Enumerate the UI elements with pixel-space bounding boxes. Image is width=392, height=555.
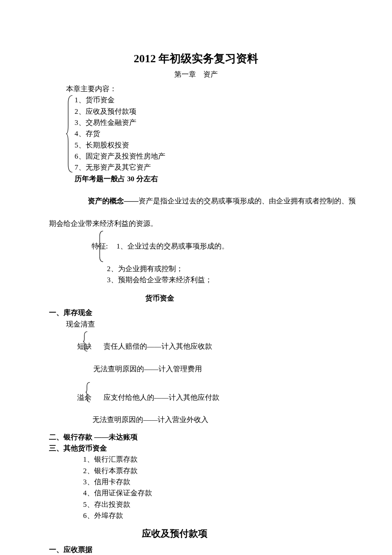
shortage-block: 短缺责任人赔偿的——计入其他应收款 无法查明原因的——计入管理费用 bbox=[49, 330, 343, 375]
asset-definition: 资产的概念——资产是指企业过去的交易或事项形成的、由企业拥有或者控制的、预 bbox=[49, 185, 343, 218]
asset-def-label: 资产的概念—— bbox=[88, 197, 138, 205]
over-row: 溢余应支付给他人的——计入其他应付款 bbox=[49, 381, 343, 414]
content-list-block: 1、货币资金 2、应收及预付款项 3、交易性金融资产 4、存货 5、长期股权投资… bbox=[49, 95, 343, 173]
list-item: 3、信用卡存款 bbox=[49, 477, 343, 488]
bank-heading: 二、银行存款 ——未达账项 bbox=[49, 432, 343, 443]
document-page: 2012 年初级实务复习资料 第一章 资产 本章主要内容： 1、货币资金 2、应… bbox=[0, 0, 392, 555]
other-money-heading: 三、其他货币资金 bbox=[49, 443, 343, 454]
money-section-title: 货币资金 bbox=[75, 293, 245, 303]
short-item: 责任人赔偿的——计入其他应收款 bbox=[92, 342, 212, 350]
list-item: 4、信用证保证金存款 bbox=[49, 488, 343, 499]
short-label: 短缺 bbox=[77, 342, 92, 350]
over-item: 无法查明原因的——计入营业外收入 bbox=[49, 414, 343, 425]
surplus-block: 溢余应支付给他人的——计入其他应付款 无法查明原因的——计入营业外收入 bbox=[49, 381, 343, 425]
cash-check: 现金清查 bbox=[49, 319, 343, 330]
list-item: 5、存出投资款 bbox=[49, 499, 343, 510]
chapter-title: 第一章 资产 bbox=[49, 69, 343, 79]
list-item: 1、银行汇票存款 bbox=[49, 454, 343, 465]
list-item: 6、外埠存款 bbox=[49, 510, 343, 521]
feature-item: 1、企业过去的交易或事项形成的。 bbox=[108, 242, 229, 250]
list-item: 6、固定资产及投资性房地产 bbox=[49, 151, 343, 162]
main-content-label: 本章主要内容： bbox=[49, 84, 343, 95]
over-item: 应支付给他人的——计入其他应付款 bbox=[92, 393, 219, 402]
recv-heading-1: 一、应收票据 bbox=[49, 544, 343, 555]
document-title: 2012 年初级实务复习资料 bbox=[49, 51, 343, 66]
list-item: 2、银行本票存款 bbox=[49, 465, 343, 477]
feature-item: 2、为企业拥有或控制； bbox=[49, 263, 343, 275]
list-item: 5、长期股权投资 bbox=[49, 140, 343, 151]
list-item: 3、交易性金融资产 bbox=[49, 117, 343, 128]
asset-def-text-2: 期会给企业带来经济利益的资源。 bbox=[49, 218, 343, 229]
list-item: 2、应收及预付款项 bbox=[49, 106, 343, 117]
feature-label: 特征: bbox=[92, 242, 108, 250]
over-label: 溢余 bbox=[77, 393, 92, 402]
exam-note: 历年考题一般占 30 分左右 bbox=[49, 173, 343, 185]
cash-heading: 一、库存现金 bbox=[49, 307, 343, 318]
asset-def-text-1: 资产是指企业过去的交易或事项形成的、由企业拥有或者控制的、预 bbox=[138, 197, 356, 205]
feature-row: 特征:1、企业过去的交易或事项形成的。 bbox=[49, 229, 343, 263]
short-row: 短缺责任人赔偿的——计入其他应收款 bbox=[49, 330, 343, 364]
feature-block: 特征:1、企业过去的交易或事项形成的。 2、为企业拥有或控制； 3、预期会给企业… bbox=[49, 229, 343, 286]
list-item: 4、存货 bbox=[49, 128, 343, 139]
feature-item: 3、预期会给企业带来经济利益； bbox=[49, 275, 343, 286]
short-item: 无法查明原因的——计入管理费用 bbox=[49, 364, 343, 375]
receivable-title: 应收及预付款项 bbox=[111, 527, 239, 540]
list-item: 1、货币资金 bbox=[49, 95, 343, 106]
list-item: 7、无形资产及其它资产 bbox=[49, 162, 343, 173]
